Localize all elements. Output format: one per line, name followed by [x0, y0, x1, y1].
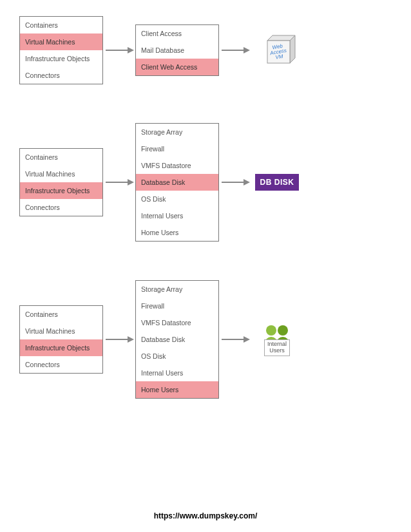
result-dbdisk: DB DISK	[251, 174, 303, 191]
users-label: Internal Users	[264, 339, 290, 356]
list-item[interactable]: Database Disk	[136, 331, 218, 348]
list-item[interactable]: OS Disk	[136, 191, 218, 207]
list-item[interactable]: Infrastructure Objects	[20, 339, 102, 356]
list-item[interactable]: Virtual Machines	[20, 33, 102, 50]
svg-point-18	[266, 325, 276, 336]
arrow-icon	[103, 178, 135, 187]
diagram-row-2: Containers Virtual Machines Infrastructu…	[19, 280, 392, 399]
list-item[interactable]: Storage Array	[136, 124, 218, 140]
arrow-icon	[219, 178, 251, 187]
svg-marker-17	[244, 336, 250, 343]
middle-list-0[interactable]: Client Access Mail Database Client Web A…	[135, 24, 219, 76]
list-item[interactable]: Virtual Machines	[20, 323, 102, 339]
list-item[interactable]: Client Access	[136, 25, 218, 42]
svg-marker-15	[128, 336, 134, 343]
svg-marker-1	[128, 47, 134, 53]
list-item[interactable]: Firewall	[136, 140, 218, 157]
list-item[interactable]: Virtual Machines	[20, 166, 102, 182]
list-item[interactable]: OS Disk	[136, 348, 218, 365]
list-item[interactable]: Containers	[20, 149, 102, 166]
svg-marker-13	[244, 179, 250, 185]
svg-point-20	[278, 325, 288, 336]
left-list-0[interactable]: Containers Virtual Machines Infrastructu…	[19, 16, 103, 84]
list-item[interactable]: Storage Array	[136, 281, 218, 298]
list-item[interactable]: Connectors	[20, 67, 102, 84]
db-disk-badge: DB DISK	[255, 174, 300, 191]
list-item[interactable]: Mail Database	[136, 42, 218, 59]
footer-url: https://www.dumpskey.com/	[0, 511, 411, 520]
diagram-row-1: Containers Virtual Machines Infrastructu…	[19, 123, 392, 242]
arrow-icon	[219, 335, 251, 344]
list-item[interactable]: Home Users	[136, 381, 218, 398]
list-item[interactable]: Internal Users	[136, 365, 218, 381]
arrow-icon	[219, 46, 251, 55]
list-item[interactable]: Client Web Access	[136, 59, 218, 75]
left-list-2[interactable]: Containers Virtual Machines Infrastructu…	[19, 305, 103, 374]
list-item[interactable]: Connectors	[20, 356, 102, 373]
result-users: Internal Users	[251, 323, 303, 356]
list-item[interactable]: Containers	[20, 306, 102, 323]
svg-marker-5	[290, 35, 295, 63]
result-cube: Web Access VM	[251, 28, 303, 73]
list-item[interactable]: Internal Users	[136, 207, 218, 224]
list-item[interactable]: VMFS Datastore	[136, 157, 218, 174]
list-item[interactable]: Home Users	[136, 224, 218, 241]
list-item[interactable]: VMFS Datastore	[136, 314, 218, 331]
svg-marker-11	[128, 179, 134, 185]
diagram-row-0: Containers Virtual Machines Infrastructu…	[19, 16, 392, 84]
list-item[interactable]: Database Disk	[136, 174, 218, 191]
arrow-icon	[103, 335, 135, 344]
middle-list-2[interactable]: Storage Array Firewall VMFS Datastore Da…	[135, 280, 219, 399]
middle-list-1[interactable]: Storage Array Firewall VMFS Datastore Da…	[135, 123, 219, 242]
list-item[interactable]: Infrastructure Objects	[20, 50, 102, 67]
list-item[interactable]: Containers	[20, 17, 102, 33]
list-item[interactable]: Infrastructure Objects	[20, 182, 102, 199]
arrow-icon	[103, 46, 135, 55]
list-item[interactable]: Connectors	[20, 199, 102, 216]
left-list-1[interactable]: Containers Virtual Machines Infrastructu…	[19, 148, 103, 216]
list-item[interactable]: Firewall	[136, 298, 218, 314]
svg-marker-3	[244, 47, 250, 53]
